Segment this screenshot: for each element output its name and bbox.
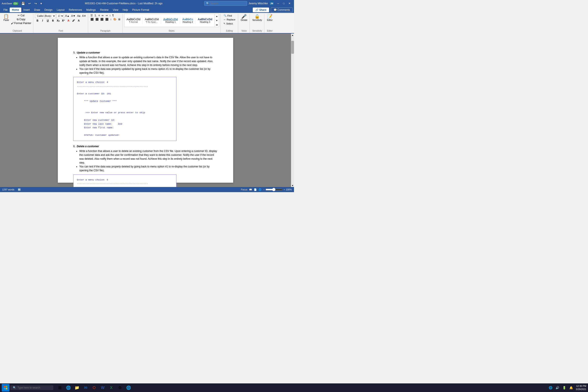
scrollbar-track[interactable] (291, 36, 294, 184)
vertical-scrollbar[interactable]: ▲ ▼ (291, 34, 294, 187)
clear-format-button[interactable]: A✕ (82, 14, 86, 18)
search-box[interactable]: 🔍 (204, 1, 247, 6)
justify-button[interactable]: ⬛ (105, 18, 109, 21)
save-icon[interactable]: 💾 (20, 1, 26, 6)
ribbon-group-font: Calibri (Body) 11 A▲ A▼ Aa A✕ B I U S X₂ (34, 14, 88, 33)
align-left-button[interactable]: ⬛ (90, 18, 94, 21)
menu-picture-format[interactable]: Picture Format (130, 8, 151, 12)
numbering-button[interactable]: 1. (94, 14, 97, 17)
title-bar-left: AutoSave On 💾 ↩ ↪ ▾ (2, 1, 43, 6)
font-shrink-button[interactable]: A▼ (70, 14, 76, 18)
align-center-button[interactable]: ⬛ (95, 18, 99, 21)
menu-layout[interactable]: Layout (54, 8, 66, 12)
style-heading3[interactable]: AaBbCcDd Heading 3 (196, 17, 215, 24)
bullets-button[interactable]: ☰ (90, 14, 94, 17)
view-icon-read[interactable]: 📖 (249, 188, 252, 191)
scroll-up-button[interactable]: ▲ (291, 34, 294, 36)
section-6-bullet-2: You can test if the data was properly de… (79, 164, 218, 172)
select-button[interactable]: ↖ Select (222, 22, 236, 25)
increase-indent-button[interactable]: ⇒ (105, 14, 108, 17)
decrease-indent-button[interactable]: ⇐ (101, 14, 104, 17)
style-h2-preview: AaBbCc (182, 18, 193, 21)
section-6-bullets: Write a function that allows a user to d… (79, 149, 218, 172)
scroll-down-button[interactable]: ▼ (291, 184, 294, 187)
comments-button[interactable]: 💬 Comments (271, 8, 293, 12)
search-input[interactable] (210, 2, 242, 5)
bold-button[interactable]: B (35, 18, 40, 23)
undo-icon[interactable]: ↩ (27, 1, 32, 6)
sort-button[interactable]: ↕ (109, 14, 111, 17)
text-color-button[interactable]: A (76, 18, 81, 23)
status-left: 1297 words 🔤 (2, 188, 21, 191)
styles-scroll-up[interactable]: ▲ (215, 14, 219, 18)
replace-button[interactable]: ↔ Replace (222, 18, 236, 21)
view-icon-layout[interactable]: 📄 (254, 188, 257, 191)
superscript-button[interactable]: X² (61, 18, 66, 23)
styles-scroll-down[interactable]: ▼ (215, 18, 219, 22)
styles-gallery: AaBbCcDd ¶ Normal AaBbCcDd ¶ No Spac... … (124, 14, 219, 27)
italic-button[interactable]: I (40, 18, 45, 23)
zoom-out-icon[interactable]: − (263, 188, 264, 191)
dictate-icon: 🎤 (241, 14, 247, 18)
more-icon[interactable]: ▾ (39, 1, 43, 6)
line-spacing-button[interactable]: ↕ (110, 18, 112, 21)
copy-button[interactable]: ⧉ Copy (10, 18, 32, 21)
style-heading1[interactable]: AaBbCcDd Heading 1 (161, 17, 180, 24)
menu-home[interactable]: Home (10, 8, 21, 12)
styles-content: AaBbCcDd ¶ Normal AaBbCcDd ¶ No Spac... … (124, 14, 219, 29)
autosave-toggle[interactable]: On (13, 2, 18, 5)
menu-review[interactable]: Review (98, 8, 111, 12)
find-button[interactable]: 🔍 Find (222, 14, 236, 18)
style-no-space[interactable]: AaBbCcDd ¶ No Spac... (143, 17, 161, 24)
menu-design[interactable]: Design (42, 8, 54, 12)
zoom-in-icon[interactable]: + (284, 188, 285, 191)
align-right-button[interactable]: ⬛ (100, 18, 104, 21)
cut-button[interactable]: ✂ Cut (10, 14, 32, 17)
style-normal[interactable]: AaBbCcDd ¶ Normal (124, 17, 143, 24)
menu-references[interactable]: References (66, 8, 84, 12)
strikethrough-button[interactable]: S (50, 18, 55, 23)
menu-insert[interactable]: Insert (21, 8, 32, 12)
share-button[interactable]: 🔗 Share (253, 8, 269, 12)
focus-button[interactable]: Focus (241, 188, 247, 191)
shading-button[interactable]: 🎨 (112, 18, 117, 21)
format-painter-button[interactable]: 🖌 Format Painter (10, 22, 32, 25)
title-bar: AutoSave On 💾 ↩ ↪ ▾ MIS3301-Ch6-HW-Custo… (0, 0, 294, 7)
document-scroll[interactable]: 5. Update a customer Write a function th… (0, 34, 291, 187)
menu-file[interactable]: File (1, 8, 10, 12)
ribbon-group-editing: 🔍 Find ↔ Replace ↖ Select Editing (221, 14, 238, 33)
font-size-select[interactable]: 11 (56, 14, 64, 18)
menu-view[interactable]: View (111, 8, 120, 12)
sensitivity-button[interactable]: 🔒 Sensitivity (252, 14, 263, 22)
dictate-button[interactable]: 🎤 Dictate (240, 14, 248, 22)
menu-draw[interactable]: Draw (32, 8, 42, 12)
menu-help[interactable]: Help (120, 8, 130, 12)
replace-label: Replace (227, 18, 235, 21)
para-row-2: ⬛ ⬛ ⬛ ⬛ ↕ 🎨 ⊞ (90, 18, 121, 21)
underline-button[interactable]: U (45, 18, 50, 23)
subscript-button[interactable]: X₂ (56, 18, 60, 23)
scrollbar-thumb[interactable] (291, 41, 294, 54)
user-name: Jeremy Mitschke (248, 2, 268, 5)
font-family-select[interactable]: Calibri (Body) (35, 14, 56, 18)
minimize-button[interactable]: ─ (276, 2, 281, 5)
borders-button[interactable]: ⊞ (118, 18, 121, 21)
view-icon-web[interactable]: 🌐 (258, 188, 262, 191)
zoom-slider[interactable] (266, 188, 282, 191)
ribbon: 📋 Paste ✂ Cut ⧉ Copy 🖌 Format Painter Cl… (0, 13, 294, 33)
font-color-button[interactable]: A (66, 18, 71, 23)
highlight-button[interactable]: 🖊 (71, 18, 76, 23)
editor-button[interactable]: 📝 Editor (266, 14, 273, 22)
style-heading2[interactable]: AaBbCc Heading 2 (180, 17, 196, 24)
close-button[interactable]: ✕ (287, 2, 292, 5)
maximize-button[interactable]: □ (281, 2, 286, 5)
menu-mailings[interactable]: Mailings (84, 8, 98, 12)
change-case-button[interactable]: Aa (76, 14, 81, 18)
multilevel-button[interactable]: ≡ (98, 14, 100, 17)
redo-icon[interactable]: ↪ (33, 1, 38, 6)
show-formatting-button[interactable]: ¶ (112, 14, 114, 17)
user-badge: Jeremy Mitschke JM (248, 1, 274, 6)
font-grow-button[interactable]: A▲ (64, 14, 70, 18)
styles-more[interactable]: ⊞ (215, 22, 219, 27)
paste-button[interactable]: 📋 Paste (2, 14, 10, 22)
